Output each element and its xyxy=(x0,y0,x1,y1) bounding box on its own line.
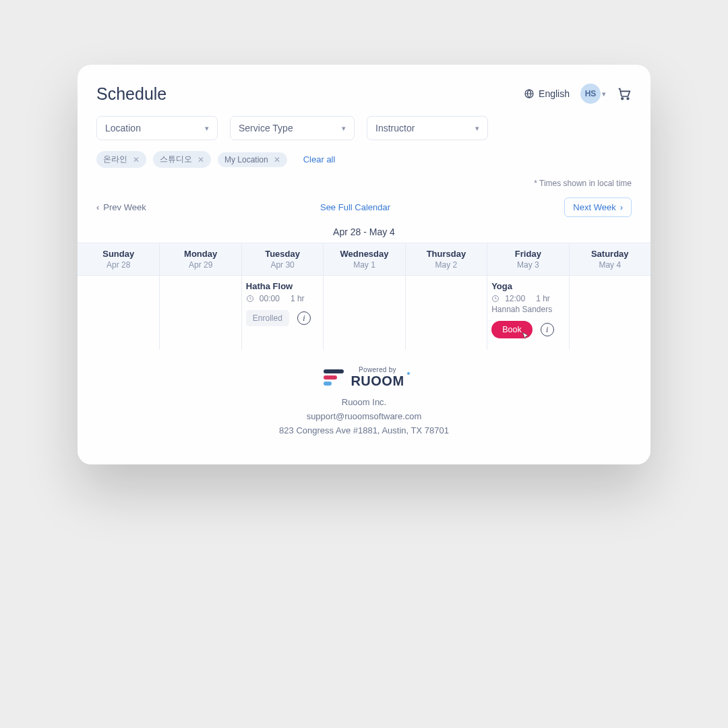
page-title: Schedule xyxy=(96,84,166,104)
info-icon[interactable]: i xyxy=(297,311,311,325)
day-header: Saturday May 4 xyxy=(569,243,650,275)
chevron-down-icon: ▾ xyxy=(342,124,346,133)
event-card: Yoga 12:00 1 hr Hannah Sanders Book xyxy=(491,281,564,338)
brand-name: RUOOM xyxy=(351,373,404,389)
footer-email[interactable]: support@ruoomsoftware.com xyxy=(78,410,650,424)
timezone-note: * Times shown in local time xyxy=(78,175,650,198)
next-week-label: Next Week xyxy=(573,202,615,212)
day-name: Tuesday xyxy=(245,249,320,259)
language-selector[interactable]: English xyxy=(524,88,570,99)
filter-row: Location ▾ Service Type ▾ Instructor ▾ xyxy=(78,116,650,147)
close-icon[interactable]: ✕ xyxy=(133,155,140,164)
book-button-label: Book xyxy=(502,325,522,334)
close-icon[interactable]: ✕ xyxy=(198,155,204,164)
user-menu[interactable]: HS ▾ xyxy=(580,84,606,104)
week-cells: Hatha Flow 00:00 1 hr Enrolled i Yoga xyxy=(78,276,650,350)
day-cell-mon xyxy=(159,276,241,350)
next-week-button[interactable]: Next Week › xyxy=(564,198,632,217)
chevron-down-icon: ▾ xyxy=(602,90,606,98)
event-time: 00:00 xyxy=(260,294,280,303)
header-right: English HS ▾ xyxy=(524,84,632,104)
day-cell-fri: Yoga 12:00 1 hr Hannah Sanders Book xyxy=(487,276,568,350)
instructor-select-label: Instructor xyxy=(375,123,415,133)
chip-label: 온라인 xyxy=(103,154,127,165)
language-label: English xyxy=(539,88,570,99)
clock-icon xyxy=(491,295,499,303)
day-cell-thu xyxy=(405,276,487,350)
svg-point-2 xyxy=(627,98,629,100)
day-cell-wed xyxy=(323,276,404,350)
event-meta: 12:00 1 hr xyxy=(491,294,564,303)
prev-week-button[interactable]: ‹ Prev Week xyxy=(96,202,146,212)
event-card: Hatha Flow 00:00 1 hr Enrolled i xyxy=(246,281,319,326)
footer-address: 823 Congress Ave #1881, Austin, TX 78701 xyxy=(78,424,650,438)
day-date: May 1 xyxy=(326,260,402,270)
service-type-select-label: Service Type xyxy=(239,123,293,133)
day-cell-tue: Hatha Flow 00:00 1 hr Enrolled i xyxy=(241,276,323,350)
day-date: May 2 xyxy=(408,260,484,270)
globe-icon xyxy=(524,88,535,99)
footer-company: Ruoom Inc. xyxy=(78,396,650,410)
chevron-right-icon: › xyxy=(620,202,623,212)
book-button[interactable]: Book xyxy=(491,321,533,338)
day-header: Friday May 3 xyxy=(487,243,568,275)
event-name: Hatha Flow xyxy=(246,281,319,291)
event-duration: 1 hr xyxy=(291,294,305,303)
day-cell-sat xyxy=(569,276,650,350)
day-date: Apr 29 xyxy=(162,260,238,270)
cart-icon xyxy=(617,86,632,101)
chevron-left-icon: ‹ xyxy=(96,202,99,212)
chevron-down-icon: ▾ xyxy=(205,124,209,133)
full-calendar-link[interactable]: See Full Calendar xyxy=(320,202,390,212)
week-nav: ‹ Prev Week See Full Calendar Next Week … xyxy=(78,198,650,218)
cart-button[interactable] xyxy=(617,86,632,101)
day-date: May 4 xyxy=(572,260,648,270)
brand: Powered by RUOOM xyxy=(78,366,650,389)
chips-row: 온라인 ✕ 스튜디오 ✕ My Location ✕ Clear all xyxy=(78,147,650,175)
day-name: Wednesday xyxy=(326,249,402,259)
day-name: Saturday xyxy=(572,249,648,259)
day-date: Apr 28 xyxy=(80,260,156,270)
filter-chip[interactable]: 스튜디오 ✕ xyxy=(153,151,211,168)
svg-point-1 xyxy=(621,98,624,100)
day-date: May 3 xyxy=(490,260,566,270)
day-name: Thursday xyxy=(408,249,484,259)
chip-label: 스튜디오 xyxy=(160,154,192,165)
app-card: Schedule English HS ▾ xyxy=(78,65,650,464)
day-date: Apr 30 xyxy=(245,260,320,270)
day-header: Sunday Apr 28 xyxy=(78,243,159,275)
day-cell-sun xyxy=(78,276,159,350)
day-header: Tuesday Apr 30 xyxy=(241,243,323,275)
event-duration: 1 hr xyxy=(536,294,550,303)
week-header: Sunday Apr 28 Monday Apr 29 Tuesday Apr … xyxy=(78,243,650,276)
prev-week-label: Prev Week xyxy=(103,202,146,212)
brand-logo-icon xyxy=(324,369,344,386)
event-instructor: Hannah Sanders xyxy=(491,305,564,314)
location-select[interactable]: Location ▾ xyxy=(96,116,218,140)
day-header: Wednesday May 1 xyxy=(323,243,404,275)
day-header: Thursday May 2 xyxy=(405,243,487,275)
date-range: Apr 28 - May 4 xyxy=(78,218,650,243)
chevron-down-icon: ▾ xyxy=(475,124,479,133)
header: Schedule English HS ▾ xyxy=(78,84,650,116)
event-meta: 00:00 1 hr xyxy=(246,294,319,303)
clock-icon xyxy=(246,295,254,303)
close-icon[interactable]: ✕ xyxy=(274,155,280,164)
filter-chip[interactable]: My Location ✕ xyxy=(218,152,287,167)
day-header: Monday Apr 29 xyxy=(159,243,241,275)
day-name: Friday xyxy=(490,249,566,259)
chip-label: My Location xyxy=(224,155,268,164)
cursor-icon xyxy=(520,330,531,342)
clear-all-link[interactable]: Clear all xyxy=(303,154,336,164)
instructor-select[interactable]: Instructor ▾ xyxy=(367,116,488,140)
location-select-label: Location xyxy=(105,123,141,133)
event-name: Yoga xyxy=(491,281,564,291)
footer: Powered by RUOOM Ruoom Inc. support@ruoo… xyxy=(78,350,650,437)
filter-chip[interactable]: 온라인 ✕ xyxy=(96,151,146,168)
info-icon[interactable]: i xyxy=(541,323,554,336)
avatar: HS xyxy=(580,84,601,104)
service-type-select[interactable]: Service Type ▾ xyxy=(230,116,355,140)
enrolled-badge: Enrolled xyxy=(246,310,289,326)
day-name: Sunday xyxy=(80,249,156,259)
day-name: Monday xyxy=(162,249,238,259)
